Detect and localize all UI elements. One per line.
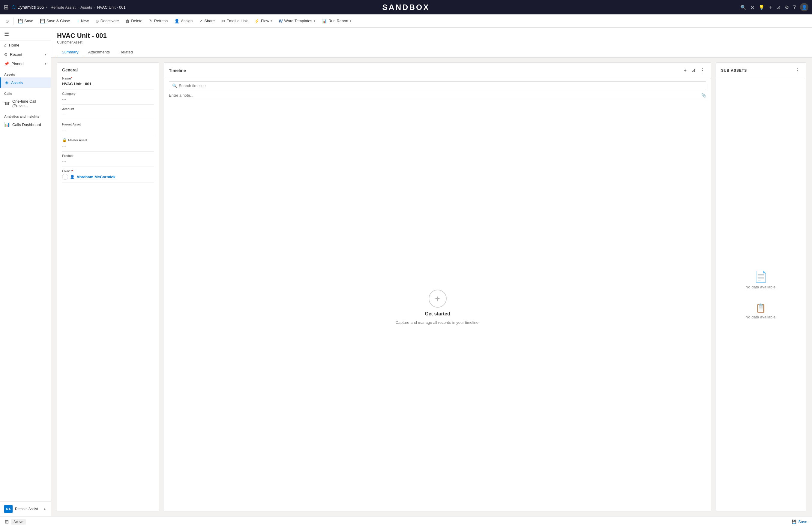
get-started-circle[interactable]: + — [429, 289, 447, 308]
subassets-no-data-icon-2: 📋 — [756, 303, 766, 313]
phone-icon: ☎ — [4, 101, 10, 106]
status-save-icon: 💾 — [792, 519, 796, 524]
owner-person-icon: 👤 — [70, 175, 75, 179]
timeline-search-bar: 🔍 — [169, 81, 706, 90]
add-icon[interactable]: + — [769, 4, 772, 11]
status-save-label: Save — [798, 519, 807, 524]
sidebar-item-recent[interactable]: ⊙ Recent ▾ — [0, 50, 51, 59]
field-account: Account --- — [62, 107, 154, 120]
breadcrumb-sep1: › — [77, 5, 78, 10]
layout-icon[interactable]: ⊞ — [5, 519, 9, 525]
field-category: Category --- — [62, 92, 154, 105]
content-area: HVAC Unit - 001 Customer Asset Summary A… — [51, 28, 812, 516]
word-templates-button[interactable]: W Word Templates ▾ — [276, 17, 318, 25]
assign-button[interactable]: 👤 Assign — [171, 17, 195, 25]
owner-name[interactable]: Abraham McCormick — [76, 174, 115, 180]
deactivate-button[interactable]: ⊖ Deactivate — [92, 17, 122, 25]
record-header: HVAC Unit - 001 Customer Asset Summary A… — [51, 28, 812, 58]
sidebar-item-pinned[interactable]: 📌 Pinned ▾ — [0, 59, 51, 68]
timeline-title: Timeline — [169, 68, 680, 73]
tab-attachments[interactable]: Attachments — [83, 47, 115, 57]
pinned-chevron: ▾ — [45, 62, 46, 66]
sidebar: ☰ ⌂ Home ⊙ Recent ▾ 📌 Pinned ▾ Assets ◈ — [0, 28, 51, 516]
subassets-more-button[interactable]: ⋮ — [794, 66, 801, 74]
timeline-more-button[interactable]: ⋮ — [699, 66, 706, 74]
field-master-asset: 🔒Master Asset --- — [62, 138, 154, 152]
save-close-button[interactable]: 💾 Save & Close — [37, 17, 73, 25]
refresh-button[interactable]: ↻ Refresh — [146, 17, 171, 25]
timeline-body: + Get started Capture and manage all rec… — [164, 103, 711, 511]
word-templates-chevron: ▾ — [314, 19, 315, 23]
run-report-chevron: ▾ — [350, 19, 351, 23]
search-icon[interactable]: 🔍 — [740, 4, 746, 10]
sidebar-item-home[interactable]: ⌂ Home — [0, 41, 51, 50]
brand[interactable]: ⬡ Dynamics 365 ▾ — [12, 4, 48, 10]
status-icon: ⊙ — [5, 19, 9, 24]
breadcrumb-current: HVAC Unit - 001 — [97, 5, 126, 10]
flow-icon: ⚡ — [255, 19, 260, 24]
tab-summary[interactable]: Summary — [57, 47, 83, 57]
status-bar: ⊞ Active 💾 Save — [0, 516, 812, 527]
flow-chevron: ▾ — [271, 19, 272, 23]
email-icon: ✉ — [221, 19, 225, 24]
sidebar-item-one-time-call[interactable]: ☎ One-time Call (Previe... — [0, 97, 51, 111]
breadcrumb-sep2: › — [94, 5, 95, 10]
save-icon: 💾 — [18, 19, 23, 24]
timeline-add-button[interactable]: + — [683, 67, 688, 74]
save-status-button[interactable]: 💾 Save — [792, 519, 807, 524]
field-owner: Owner* 👤 Abraham McCormick — [62, 169, 154, 183]
subassets-no-data-icon-1: 📄 — [754, 270, 768, 283]
run-report-button[interactable]: 📊 Run Report ▾ — [319, 17, 354, 25]
breadcrumb-assets[interactable]: Assets — [81, 5, 92, 10]
record-title: HVAC Unit - 001 — [57, 32, 806, 40]
nav-left: ⊞ ⬡ Dynamics 365 ▾ Remote Assist › Asset… — [4, 4, 380, 11]
timeline-search-input[interactable] — [179, 83, 703, 88]
status-btn[interactable]: ⊙ — [2, 17, 12, 25]
delete-icon: 🗑 — [126, 19, 130, 24]
timeline-note-input[interactable] — [169, 93, 701, 98]
brand-chevron[interactable]: ▾ — [46, 5, 48, 9]
filter-icon[interactable]: ⊿ — [777, 4, 781, 10]
record-subtitle: Customer Asset — [57, 40, 806, 44]
top-nav: ⊞ ⬡ Dynamics 365 ▾ Remote Assist › Asset… — [0, 0, 812, 14]
breadcrumb: Remote Assist › Assets › HVAC Unit - 001 — [51, 5, 126, 10]
email-link-button[interactable]: ✉ Email a Link — [218, 17, 251, 25]
analytics-section-label: Analytics and Insights — [0, 111, 51, 119]
flow-button[interactable]: ⚡ Flow ▾ — [251, 17, 275, 25]
clock-icon[interactable]: ⊙ — [751, 4, 754, 10]
delete-button[interactable]: 🗑 Delete — [122, 17, 145, 25]
tab-related[interactable]: Related — [115, 47, 138, 57]
sidebar-footer[interactable]: RA Remote Assist ▲ — [0, 501, 51, 516]
user-icon[interactable]: 👤 — [800, 3, 808, 11]
timeline-filter-button[interactable]: ⊿ — [690, 66, 697, 74]
settings-icon[interactable]: ⚙ — [785, 4, 789, 10]
share-button[interactable]: ↗ Share — [196, 17, 218, 25]
assets-section-label: Assets — [0, 68, 51, 77]
recent-chevron: ▾ — [45, 53, 46, 56]
sidebar-item-calls-dashboard[interactable]: 📊 Calls Dashboard — [0, 119, 51, 130]
footer-chevron-icon: ▲ — [43, 507, 46, 511]
field-product: Product --- — [62, 154, 154, 167]
save-button[interactable]: 💾 Save — [15, 17, 36, 25]
subassets-no-data-text-2: No data available. — [745, 315, 777, 319]
hamburger-icon: ☰ — [4, 31, 9, 37]
assign-icon: 👤 — [174, 19, 179, 24]
sidebar-toggle[interactable]: ☰ — [0, 28, 51, 41]
sidebar-item-assets[interactable]: ◈ Assets — [0, 77, 51, 88]
pin-icon: 📌 — [4, 61, 9, 66]
new-button[interactable]: + New — [73, 16, 91, 26]
help-icon[interactable]: ? — [793, 4, 796, 10]
sandbox-title: SANDBOX — [382, 3, 430, 12]
waffle-icon[interactable]: ⊞ — [4, 4, 9, 11]
subassets-no-data-text-1: No data available. — [745, 285, 777, 289]
get-started-sub: Capture and manage all records in your t… — [395, 320, 479, 325]
refresh-icon: ↻ — [149, 19, 153, 24]
attachment-icon[interactable]: 📎 — [701, 93, 706, 98]
general-title: General — [62, 68, 154, 72]
lock-icon: 🔒 — [62, 138, 67, 142]
ra-badge: RA — [4, 505, 13, 513]
calls-section-label: Calls — [0, 88, 51, 97]
field-name: Name* HVAC Unit - 001 — [62, 76, 154, 89]
get-started-title: Get started — [425, 311, 450, 317]
lightbulb-icon[interactable]: 💡 — [759, 4, 765, 10]
